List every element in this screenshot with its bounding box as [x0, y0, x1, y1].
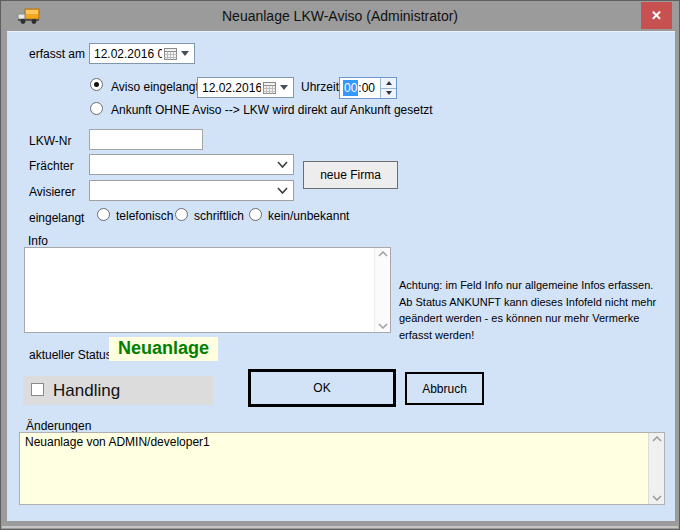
close-button[interactable]: ✕ — [641, 2, 672, 29]
info-label: Info — [28, 234, 48, 248]
erfasst-am-label: erfasst am — [29, 47, 85, 61]
eingelangt-label: eingelangt — [29, 211, 84, 225]
spinner-up-icon — [386, 81, 392, 85]
aenderungen-text[interactable]: Neuanlage von ADMIN/developer1 — [20, 433, 648, 504]
close-icon: ✕ — [651, 8, 662, 23]
uhrzeit-time-spinner[interactable]: 00 :00 — [339, 77, 397, 99]
avisierer-combobox[interactable] — [89, 180, 294, 201]
time-value: 00 :00 — [340, 78, 380, 98]
spinner-down-icon — [386, 91, 392, 95]
handling-checkbox[interactable] — [31, 383, 44, 396]
radio-ankunft-ohne-aviso[interactable] — [90, 102, 103, 115]
ankunft-ohne-aviso-label: Ankunft OHNE Aviso --> LKW wird direkt a… — [111, 103, 433, 117]
window-title: Neuanlage LKW-Aviso (Administrator) — [1, 8, 679, 24]
handling-label: Handling — [53, 381, 120, 401]
kein-unbekannt-label: kein/unbekannt — [268, 209, 349, 223]
title-bar: Neuanlage LKW-Aviso (Administrator) ✕ — [1, 1, 679, 31]
scroll-down-icon[interactable] — [652, 495, 662, 501]
aktueller-status-label: aktueller Status — [29, 348, 112, 362]
info-textarea[interactable] — [24, 247, 391, 333]
status-badge: Neuanlage — [109, 337, 218, 361]
neue-firma-button[interactable]: neue Firma — [303, 161, 398, 189]
calendar-icon — [263, 82, 276, 94]
scroll-up-icon[interactable] — [652, 436, 662, 442]
dropdown-arrow-icon[interactable] — [280, 85, 288, 90]
erfasst-am-datetime-picker[interactable]: 12.02.2016 07:20 — [89, 43, 195, 64]
radio-aviso-eingelangt[interactable] — [90, 78, 103, 91]
schriftlich-label: schriftlich — [194, 209, 244, 223]
radio-kein-unbekannt[interactable] — [249, 208, 262, 221]
aviso-date-value: 12.02.2016 — [198, 81, 261, 95]
aenderungen-textarea[interactable]: Neuanlage von ADMIN/developer1 — [19, 432, 665, 505]
fraechter-combobox[interactable] — [89, 154, 294, 175]
spinner-down-button[interactable] — [381, 89, 396, 99]
info-scrollbar[interactable] — [374, 248, 390, 332]
abbruch-button[interactable]: Abbruch — [405, 372, 484, 405]
aenderungen-scrollbar[interactable] — [648, 433, 664, 504]
aviso-eingelangt-label: Aviso eingelangt — [111, 80, 199, 94]
dialog-content: erfasst am 12.02.2016 07:20 Aviso eingel… — [7, 31, 675, 521]
fraechter-label: Frächter — [29, 159, 74, 173]
erfasst-am-value: 12.02.2016 07:20 — [90, 47, 162, 61]
time-minutes: :00 — [358, 81, 375, 95]
radio-schriftlich[interactable] — [175, 208, 188, 221]
scroll-up-icon[interactable] — [378, 251, 388, 257]
chevron-down-icon — [277, 187, 288, 194]
dialog-window: { "window": { "title": "Neuanlage LKW-Av… — [0, 0, 680, 530]
dropdown-arrow-icon[interactable] — [181, 51, 189, 56]
avisierer-label: Avisierer — [29, 185, 75, 199]
time-spinner-buttons — [380, 78, 396, 98]
spinner-up-button[interactable] — [381, 78, 396, 89]
uhrzeit-label: Uhrzeit — [301, 80, 339, 94]
lkw-nr-input[interactable] — [89, 129, 203, 150]
aenderungen-label: Änderungen — [26, 419, 91, 433]
calendar-icon — [164, 48, 177, 60]
telefonisch-label: telefonisch — [116, 209, 173, 223]
aviso-date-picker[interactable]: 12.02.2016 — [197, 77, 294, 98]
info-text[interactable] — [25, 248, 374, 332]
chevron-down-icon — [277, 161, 288, 168]
scroll-down-icon[interactable] — [378, 323, 388, 329]
time-hours-selected[interactable]: 00 — [343, 80, 358, 96]
ok-button[interactable]: OK — [248, 369, 396, 407]
info-warning-text: Achtung: im Feld Info nur allgemeine Inf… — [399, 277, 674, 343]
window-frame-bottom — [2, 526, 678, 528]
radio-telefonisch[interactable] — [97, 208, 110, 221]
lkw-nr-label: LKW-Nr — [29, 134, 71, 148]
